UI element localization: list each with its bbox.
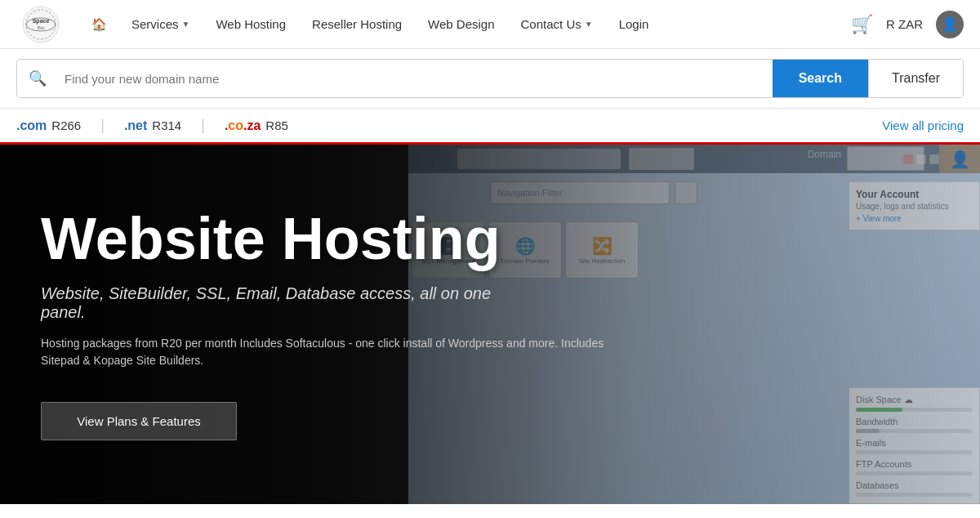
view-plans-button[interactable]: View Plans & Features <box>41 402 237 440</box>
domain-coza-badge[interactable]: .co.za R85 <box>225 118 288 133</box>
currency-label[interactable]: R ZAR <box>886 17 923 31</box>
domain-com-ext: .com <box>16 118 47 133</box>
domain-com-price: R266 <box>51 118 81 132</box>
nav-web-hosting[interactable]: Web Hosting <box>204 11 297 38</box>
domain-net-price: R314 <box>152 118 181 132</box>
user-icon: 👤 <box>942 16 958 32</box>
view-all-pricing-link[interactable]: View all pricing <box>882 118 964 132</box>
domain-coza-price: R85 <box>265 118 288 132</box>
svg-point-0 <box>23 7 59 42</box>
nav-login[interactable]: Login <box>608 11 661 38</box>
search-icon: 🔍 <box>17 60 58 97</box>
cart-icon[interactable]: 🛒 <box>851 14 873 35</box>
separator-2: | <box>201 117 205 134</box>
svg-text:Space: Space <box>33 18 50 25</box>
search-section: 🔍 Search Transfer <box>0 49 980 109</box>
search-button[interactable]: Search <box>773 60 868 97</box>
search-input[interactable] <box>58 60 773 97</box>
chevron-down-icon: ▼ <box>585 20 593 29</box>
user-avatar[interactable]: 👤 <box>936 11 964 38</box>
hero-content: Website Hosting Website, SiteBuilder, SS… <box>0 145 980 504</box>
domain-net-badge[interactable]: .net R314 <box>124 118 181 133</box>
domain-com-badge[interactable]: .com R266 <box>16 118 81 133</box>
hero-title: Website Hosting <box>41 208 939 270</box>
nav-reseller-hosting[interactable]: Reseller Hosting <box>301 11 413 38</box>
nav-items: 🏠 Services ▼ Web Hosting Reseller Hostin… <box>82 11 851 38</box>
navbar: Space Bis 🏠 Services ▼ Web Hosting Resel… <box>0 0 980 49</box>
nav-contact-us[interactable]: Contact Us ▼ <box>510 11 604 38</box>
domain-net-ext: .net <box>124 118 147 133</box>
nav-services[interactable]: Services ▼ <box>120 11 201 38</box>
nav-right: 🛒 R ZAR 👤 <box>851 11 964 38</box>
domain-coza-ext: .co.za <box>225 118 261 133</box>
chevron-down-icon: ▼ <box>182 20 190 29</box>
site-logo[interactable]: Space Bis <box>16 4 65 45</box>
nav-web-design[interactable]: Web Design <box>416 11 506 38</box>
nav-home[interactable]: 🏠 <box>82 11 117 38</box>
transfer-button[interactable]: Transfer <box>868 60 963 97</box>
pricing-row: .com R266 | .net R314 | .co.za R85 View … <box>0 109 980 145</box>
domain-search-bar: 🔍 Search Transfer <box>16 59 964 98</box>
separator-1: | <box>100 117 105 134</box>
hero-subtitle: Website, SiteBuilder, SSL, Email, Databa… <box>41 284 531 322</box>
hero-description: Hosting packages from R20 per month Incl… <box>41 335 612 369</box>
svg-text:Bis: Bis <box>38 25 44 30</box>
hero-section: Navigation Filter Your Account Usage, lo… <box>0 145 980 504</box>
